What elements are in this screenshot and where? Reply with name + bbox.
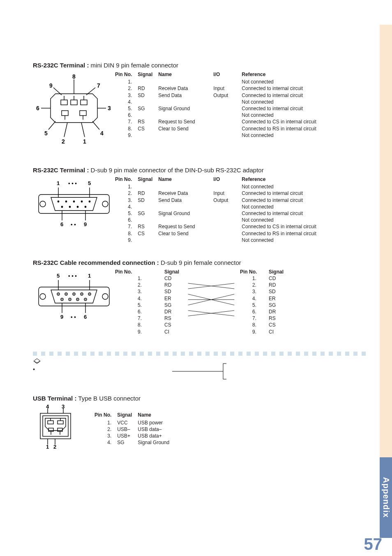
- table-row: 5.SGSignal GroundConnected to internal c…: [115, 105, 322, 112]
- cable-sig-right: CI: [269, 329, 285, 335]
- cable-pin-left: 5.: [115, 302, 164, 308]
- cable-sig-right: SG: [269, 302, 285, 308]
- pin-lbl-5: 5: [88, 180, 91, 186]
- section1-title: RS-232C Terminal : mini DIN 9 pin female…: [33, 62, 366, 69]
- th-pin: Pin No.: [95, 412, 117, 419]
- pin-lbl-9: 9: [84, 221, 87, 227]
- svg-rect-74: [48, 428, 53, 431]
- th-name: Name: [158, 71, 213, 79]
- th-sig-left: Signal: [164, 269, 182, 275]
- cable-pin-left: 3.: [115, 288, 164, 295]
- dots-top: • • •: [68, 273, 77, 279]
- table-row: 8.CSClear to SendConnected to RS in inte…: [115, 125, 322, 132]
- pin-lbl-8: 8: [72, 73, 76, 80]
- pin-lbl-2: 2: [62, 138, 65, 145]
- cable-pin-right: 6.: [240, 308, 269, 315]
- svg-rect-71: [58, 421, 63, 424]
- section2-rows: 1.Not connected2.RDReceive DataInputConn…: [115, 183, 322, 243]
- cable-sig-left: RD: [164, 282, 182, 288]
- th-ref: Reference: [242, 176, 322, 183]
- table-row: 9.Not connected: [115, 237, 322, 243]
- table-row: 7.RSRequest to SendConnected to CS in in…: [115, 118, 322, 125]
- cable-sig-left: DR: [164, 308, 182, 315]
- svg-point-34: [40, 294, 46, 299]
- svg-point-35: [102, 294, 108, 299]
- appendix-tab: Appendix: [380, 457, 392, 538]
- pin-lbl-6: 6: [84, 314, 87, 320]
- section4-title-bold: USB Terminal :: [33, 395, 76, 402]
- th-pin: Pin No.: [115, 71, 138, 79]
- table-row: 3.USB+USB data+: [95, 433, 175, 439]
- svg-point-49: [89, 294, 90, 294]
- svg-rect-4: [81, 100, 87, 105]
- svg-rect-6: [62, 111, 68, 116]
- cable-pin-left: 6.: [115, 308, 164, 315]
- cable-sig-left: SD: [164, 288, 182, 295]
- section4-rows: 1.VCCUSB power2.USB–USB data–3.USB+USB d…: [95, 419, 175, 446]
- svg-rect-8: [80, 111, 86, 116]
- cable-sig-right: SD: [269, 288, 285, 295]
- th-signal: Signal: [138, 71, 158, 79]
- cable-sig-right: DR: [269, 308, 285, 315]
- table-row: 2.USB–USB data–: [95, 426, 175, 433]
- cable-pin-right: 2.: [240, 282, 269, 288]
- svg-point-53: [85, 299, 86, 300]
- pin-lbl-1: 1: [46, 444, 49, 449]
- table-row: 3.SDSend DataOutputConnected to internal…: [115, 197, 322, 204]
- section1-rows: 1.Not connected2.RDReceive DataInputConn…: [115, 79, 322, 139]
- cable-sig-left: SG: [164, 302, 182, 308]
- th-pin: Pin No.: [115, 176, 138, 183]
- cable-sig-right: RS: [269, 315, 285, 322]
- side-tab: [380, 25, 392, 510]
- svg-point-23: [73, 201, 75, 203]
- cable-pin-right: 7.: [240, 315, 269, 322]
- cable-pin-right: 9.: [240, 329, 269, 335]
- pin-lbl-9: 9: [60, 314, 63, 320]
- pin-lbl-6: 6: [36, 105, 39, 111]
- pin-lbl-4: 4: [46, 404, 49, 410]
- svg-rect-69: [43, 416, 68, 436]
- svg-point-25: [89, 201, 91, 203]
- svg-point-29: [85, 206, 87, 208]
- section1-title-rest: mini DIN 9 pin female connector: [89, 62, 178, 69]
- pin-lbl-1: 1: [83, 138, 86, 145]
- section2-title-bold: RS-232C Terminal :: [33, 167, 89, 174]
- th-pin-left: Pin No.: [115, 269, 164, 275]
- section3-title: RS-232C Cable recommended connection : D…: [33, 259, 366, 266]
- th-io: I/O: [213, 71, 242, 79]
- table-row: 3.SDSend DataOutputConnected to internal…: [115, 92, 322, 99]
- svg-point-26: [61, 206, 63, 208]
- pin-lbl-4: 4: [100, 130, 104, 137]
- pin-lbl-6: 6: [60, 221, 63, 227]
- cable-sig-right: RD: [269, 282, 285, 288]
- table-row: 4.Not connected: [115, 99, 322, 105]
- cable-pin-left: 8.: [115, 322, 164, 328]
- pin-lbl-2: 2: [53, 444, 56, 449]
- th-signal: Signal: [117, 412, 138, 419]
- svg-point-21: [58, 201, 60, 203]
- pin-lbl-5: 5: [57, 273, 60, 279]
- cable-sig-right: CS: [269, 322, 285, 328]
- svg-point-45: [58, 294, 59, 294]
- section4-title: USB Terminal : Type B USB connector: [33, 395, 366, 402]
- svg-line-15: [48, 121, 55, 130]
- cable-pin-left: 9.: [115, 329, 164, 335]
- cable-sig-left: CI: [164, 329, 182, 335]
- table-row: 4.SGSignal Ground: [95, 439, 175, 446]
- cable-sig-left: CD: [164, 275, 182, 282]
- th-name: Name: [158, 176, 213, 183]
- cable-pin-right: 3.: [240, 288, 269, 295]
- section3-title-rest: D-sub 9 pin female connector: [159, 259, 241, 266]
- pin-lbl-3: 3: [62, 404, 65, 410]
- dsub-female-diagram: 5 1 • • • 9 6 • •: [33, 269, 115, 324]
- svg-point-28: [77, 206, 79, 208]
- cable-sig-right: ER: [269, 295, 285, 302]
- svg-point-20: [102, 201, 108, 207]
- cable-pin-left: 1.: [115, 275, 164, 282]
- note-area: •: [33, 351, 366, 381]
- page-number: 57: [364, 535, 383, 554]
- pin-lbl-1: 1: [57, 180, 60, 186]
- cable-pin-right: 4.: [240, 295, 269, 302]
- note-icon: [33, 358, 41, 364]
- projector-computer-box: [138, 379, 261, 381]
